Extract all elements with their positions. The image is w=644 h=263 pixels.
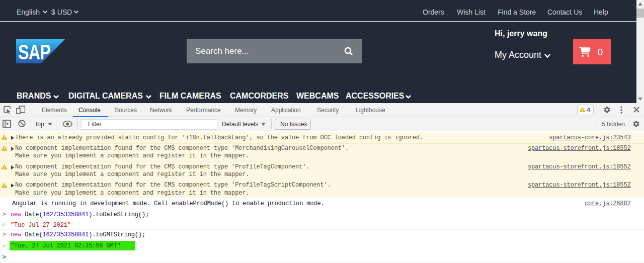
svg-text:SAP: SAP — [18, 40, 51, 64]
